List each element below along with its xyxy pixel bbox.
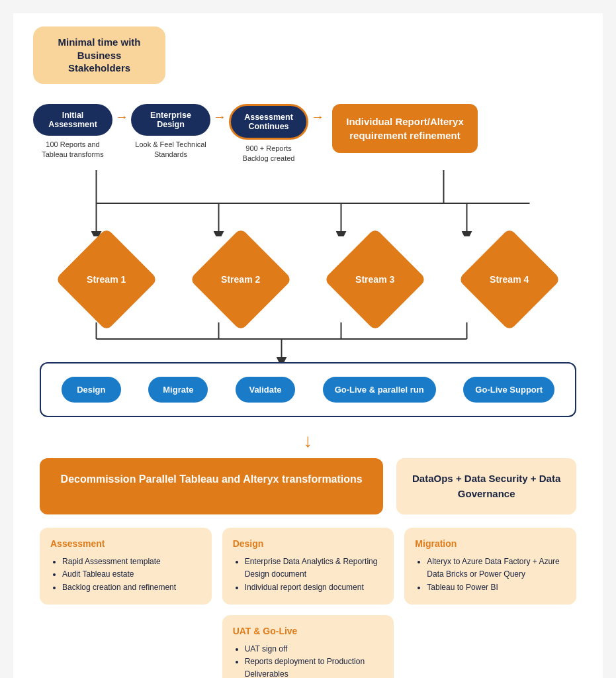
info-card-design: Design Enterprise Data Analytics & Repor…: [222, 528, 394, 605]
stream-3-label: Stream 3: [355, 274, 394, 285]
streams-row: Stream 1 Stream 2 Stream 3 Stream 4: [40, 243, 576, 316]
phase-enterprise-design: Enterprise Design Look & Feel Technical …: [131, 104, 210, 160]
decommission-box: Decommission Parallel Tableau and Altery…: [40, 458, 383, 514]
arrow-3: [311, 104, 324, 124]
step-golive-support: Go-Live Support: [463, 377, 554, 403]
info-card-migration: Migration Alteryx to Azure Data Factory …: [404, 528, 576, 605]
bottom-connector: [33, 322, 583, 362]
step-validate: Validate: [236, 377, 295, 403]
stream-2-wrapper: Stream 2: [204, 243, 277, 316]
phase-desc-enterprise: Look & Feel Technical Standards: [134, 140, 207, 160]
stream-1-label: Stream 1: [87, 274, 126, 285]
phase-assessment-continues: Assessment Continues 900 + Reports Backl…: [229, 104, 308, 164]
phase-initial-assessment: Initial Assessment 100 Reports and Table…: [33, 104, 112, 160]
phase-desc-initial: 100 Reports and Tableau transforms: [36, 140, 109, 160]
info-card-design-title: Design: [233, 538, 384, 549]
phase-pill-continues: Assessment Continues: [229, 104, 308, 140]
phase-pill-initial: Initial Assessment: [33, 104, 112, 136]
arrow-1: [115, 104, 128, 124]
info-cards: Assessment Rapid Assessment template Aud…: [40, 528, 576, 678]
phase-pill-enterprise: Enterprise Design: [131, 104, 210, 136]
info-card-uat-title: UAT & Go-Live: [233, 626, 384, 636]
info-card-assessment-list: Rapid Assessment template Audit Tableau …: [50, 556, 201, 594]
stream-1-diamond: Stream 1: [56, 228, 159, 331]
info-card-migration-list: Alteryx to Azure Data Factory + Azure Da…: [415, 556, 566, 594]
info-card-uat: UAT & Go-Live UAT sign off Reports deplo…: [222, 615, 394, 678]
arrow-2: [213, 104, 226, 124]
stream-2-diamond: Stream 2: [189, 228, 292, 331]
info-card-assessment-title: Assessment: [50, 538, 201, 549]
phase-row: Initial Assessment 100 Reports and Table…: [33, 104, 583, 164]
stream-4-wrapper: Stream 4: [473, 243, 546, 316]
steps-box: Design Migrate Validate Go-Live & parall…: [40, 362, 576, 417]
info-card-assessment: Assessment Rapid Assessment template Aud…: [40, 528, 212, 605]
empty-col1-row2: [40, 615, 212, 678]
phase-desc-continues: 900 + Reports Backlog created: [232, 144, 305, 164]
info-card-migration-title: Migration: [415, 538, 566, 549]
stream-4-label: Stream 4: [490, 274, 529, 285]
info-card-uat-list: UAT sign off Reports deployment to Produ…: [233, 643, 384, 678]
main-page: Minimal time with Business Stakeholders …: [13, 13, 603, 678]
top-label-box: Minimal time with Business Stakeholders: [33, 26, 165, 84]
stream-2-label: Stream 2: [222, 274, 261, 285]
stream-1-wrapper: Stream 1: [70, 243, 143, 316]
connector-lines: [33, 170, 583, 236]
step-migrate: Migrate: [148, 377, 208, 403]
stream-3-diamond: Stream 3: [324, 228, 427, 331]
report-box: Individual Report/Alteryx requirement re…: [332, 104, 478, 153]
arrow-down: ↓: [33, 430, 583, 452]
stream-3-wrapper: Stream 3: [339, 243, 412, 316]
step-golive-parallel: Go-Live & parallel run: [323, 377, 436, 403]
decommission-row: Decommission Parallel Tableau and Altery…: [40, 458, 576, 514]
stream-4-diamond: Stream 4: [458, 228, 561, 331]
info-card-design-list: Enterprise Data Analytics & Reporting De…: [233, 556, 384, 594]
top-label-text: Minimal time with Business Stakeholders: [58, 36, 140, 73]
dataops-box: DataOps + Data Security + Data Governanc…: [396, 458, 576, 514]
step-design: Design: [62, 377, 121, 403]
